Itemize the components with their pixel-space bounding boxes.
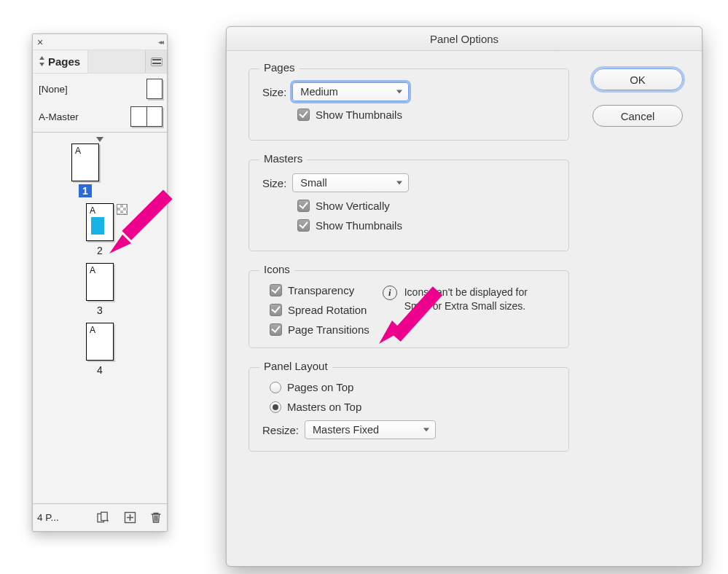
page-master-letter: A [90, 325, 95, 335]
page-spread[interactable]: A 2 [33, 203, 167, 257]
group-masters: Masters Size: Small Show Vertically Show… [248, 160, 569, 251]
row-masters-on-top: Masters on Top [262, 401, 555, 413]
tab-strip-spacer [88, 50, 145, 73]
menu-icon [151, 58, 163, 66]
page-master-letter: A [90, 265, 95, 275]
page-number-label: 3 [93, 304, 107, 317]
ok-button[interactable]: OK [592, 68, 683, 90]
page-number-label: 1 [79, 184, 92, 197]
checkbox-label: Spread Rotation [288, 304, 367, 316]
dialog-title-text: Panel Options [430, 33, 498, 45]
group-icons: Icons Transparency Spread Rotation Page … [248, 270, 569, 348]
checkbox-label: Show Thumbnails [316, 109, 402, 121]
page-transitions-checkbox[interactable] [270, 323, 282, 336]
dialog-buttons: OK Cancel [592, 68, 683, 127]
show-thumbnails-masters-checkbox[interactable] [297, 219, 310, 232]
svg-rect-1 [101, 512, 108, 520]
info-text: Icons can't be displayed for Small or Ex… [404, 286, 534, 313]
page-spread[interactable]: A 1 [33, 144, 167, 197]
group-title: Icons [259, 263, 294, 275]
page-master-letter: A [90, 205, 95, 216]
updown-icon [39, 56, 45, 68]
show-thumbnails-checkbox[interactable] [297, 109, 310, 121]
button-label: OK [630, 74, 646, 86]
edit-page-size-icon[interactable] [97, 511, 110, 524]
checkbox-label: Show Thumbnails [316, 219, 402, 232]
dialog-title: Panel Options [227, 27, 702, 51]
master-row-a[interactable]: A-Master [39, 103, 163, 130]
masters-size-select[interactable]: Small [292, 173, 409, 192]
collapse-icon[interactable]: ◂◂ [158, 38, 163, 46]
page-spread[interactable]: A 4 [33, 323, 167, 377]
page-thumbnail[interactable]: A [86, 323, 114, 361]
row-page-transitions: Page Transitions [262, 323, 369, 336]
row-show-thumbnails-masters: Show Thumbnails [262, 219, 555, 232]
row-show-thumbnails: Show Thumbnails [262, 109, 555, 121]
delete-page-icon[interactable] [149, 511, 163, 524]
page-thumbnail[interactable]: A [86, 263, 114, 301]
page-number-label: 2 [93, 244, 107, 257]
panel-menu-button[interactable] [145, 50, 167, 73]
dialog-body: Pages Size: Medium Show Thumbnails Maste… [227, 51, 702, 566]
pages-panel: × ◂◂ Pages [None] A-Master A [32, 34, 168, 532]
row-masters-size: Size: Small [262, 173, 555, 192]
spread-rotation-checkbox[interactable] [270, 304, 282, 316]
row-spread-rotation: Spread Rotation [262, 304, 369, 316]
button-label: Cancel [621, 110, 655, 122]
cancel-button[interactable]: Cancel [592, 105, 683, 127]
page-spread[interactable]: A 3 [33, 263, 167, 317]
page-thumbnail[interactable]: A [86, 203, 114, 241]
group-panel-layout: Panel Layout Pages on Top Masters on Top… [248, 367, 569, 452]
show-vertically-checkbox[interactable] [297, 200, 310, 212]
group-pages: Pages Size: Medium Show Thumbnails [248, 68, 569, 141]
panel-header: Pages [33, 50, 167, 74]
transparency-icon [117, 204, 128, 215]
checkbox-label: Show Vertically [316, 200, 390, 212]
master-name: [None] [39, 84, 68, 95]
group-title: Masters [259, 152, 307, 165]
new-page-icon[interactable] [123, 511, 136, 524]
master-thumbnail-spread [130, 106, 163, 127]
pages-tab-label: Pages [48, 55, 80, 68]
row-pages-on-top: Pages on Top [262, 381, 555, 393]
row-show-vertically: Show Vertically [262, 200, 555, 212]
radio-label: Masters on Top [287, 401, 361, 413]
close-icon[interactable]: × [37, 36, 43, 48]
pages-on-top-radio[interactable] [270, 382, 281, 393]
binding-marker-icon [96, 137, 103, 142]
master-thumbnail [146, 79, 163, 99]
page-count-label: 4 P... [37, 512, 84, 523]
group-title: Panel Layout [259, 360, 332, 372]
master-row-none[interactable]: [None] [39, 75, 163, 103]
panel-footer: 4 P... [33, 503, 167, 531]
panel-options-dialog: Panel Options Pages Size: Medium Show Th… [226, 26, 702, 567]
group-title: Pages [259, 61, 300, 74]
size-label: Size: [262, 86, 286, 98]
page-thumbnail[interactable]: A [71, 144, 99, 181]
pages-size-select[interactable]: Medium [292, 82, 409, 101]
row-transparency: Transparency [262, 284, 369, 296]
master-name: A-Master [39, 111, 79, 122]
pages-tab[interactable]: Pages [33, 50, 88, 73]
resize-select[interactable]: Masters Fixed [305, 420, 436, 439]
panel-titlebar: × ◂◂ [33, 34, 167, 50]
masters-on-top-radio[interactable] [270, 401, 281, 413]
page-number-label: 4 [93, 363, 107, 377]
checkbox-label: Transparency [288, 284, 354, 296]
page-content-block [91, 217, 104, 235]
select-value: Masters Fixed [313, 424, 379, 436]
transparency-checkbox[interactable] [270, 284, 282, 296]
row-resize: Resize: Masters Fixed [262, 420, 555, 439]
page-master-letter: A [75, 146, 81, 156]
info-icon: i [383, 286, 397, 300]
select-value: Medium [300, 86, 338, 98]
checkbox-label: Page Transitions [288, 323, 369, 336]
size-label: Size: [262, 177, 286, 189]
radio-label: Pages on Top [287, 381, 353, 393]
spreads-area[interactable]: A 1 A 2 A 3 A 4 [33, 133, 167, 503]
masters-area: [None] A-Master [33, 74, 167, 133]
row-pages-size: Size: Medium [262, 82, 555, 101]
select-value: Small [300, 177, 326, 189]
resize-label: Resize: [262, 424, 299, 436]
